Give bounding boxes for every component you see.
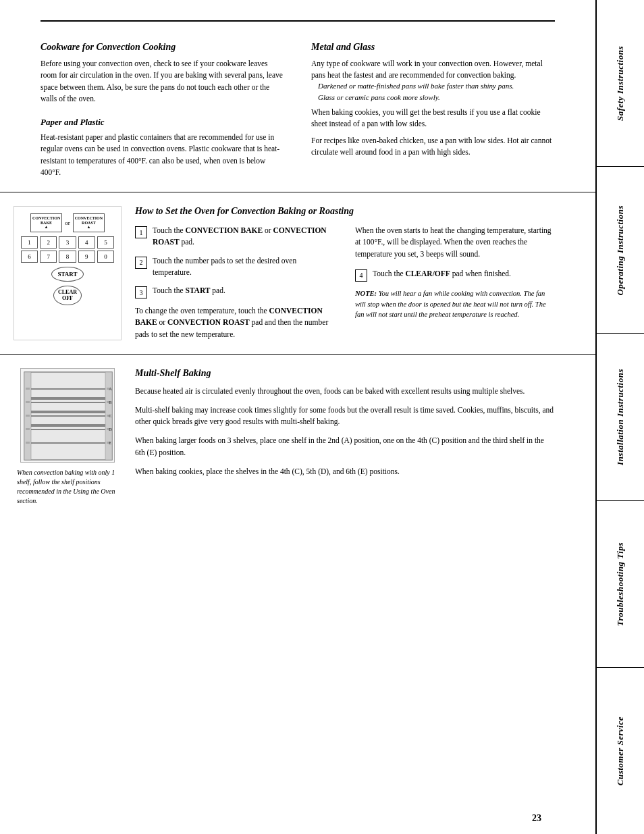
num-btn-2: 2 [40, 236, 57, 249]
sidebar-installation-label: Installation Instructions [615, 369, 626, 465]
multishelf-section: A B C D E When convection baking with on… [0, 355, 595, 526]
howto-right-col: When the oven starts to heat the changin… [355, 225, 555, 340]
right-sidebar: Safety Instructions Operating Instructio… [595, 0, 644, 834]
svg-text:E: E [109, 440, 111, 446]
convection-bake-pad: CONVECTIONBAKE▲ [30, 213, 62, 232]
cookware-left-col: Cookware for Convection Cooking Before u… [41, 42, 284, 178]
svg-rect-14 [26, 428, 30, 430]
note-bold-label: NOTE: [355, 290, 377, 297]
step3-text: Touch the START pad. [153, 285, 225, 296]
page-number: 23 [532, 813, 541, 824]
svg-text:D: D [109, 427, 112, 432]
sidebar-customer-service: Customer Service [597, 668, 644, 834]
cookware-title: Cookware for Convection Cooking [41, 42, 284, 53]
shelf-image: A B C D E [20, 368, 115, 463]
metal-glass-body: Any type of cookware will work in your c… [311, 58, 555, 82]
step4-num: 4 [355, 269, 367, 282]
multishelf-para1: Because heated air is circulated evenly … [135, 386, 555, 398]
howto-left-col: 1 Touch the CONVECTION BAKE or CONVECTIO… [135, 225, 335, 340]
number-grid: 1 2 3 4 5 6 7 8 9 0 [21, 236, 114, 263]
howto-content: How to Set the Oven for Convection Bakin… [135, 206, 555, 340]
svg-text:C: C [109, 413, 112, 419]
num-btn-6: 6 [21, 251, 38, 263]
svg-text:B: B [109, 400, 112, 405]
svg-rect-7 [29, 411, 107, 413]
metal-glass-title: Metal and Glass [311, 42, 555, 53]
sidebar-customer-label: Customer Service [615, 716, 626, 785]
step2-text: Touch the number pads to set the desired… [153, 255, 335, 279]
or-label: or [65, 219, 70, 226]
svg-rect-15 [26, 442, 30, 444]
step4-row: 4 Touch the CLEAR/OFF pad when finished. [355, 268, 555, 282]
step1-bold1: CONVECTION BAKE [185, 226, 263, 234]
cookware-body: Before using your convection oven, check… [41, 58, 284, 105]
svg-rect-6 [29, 397, 107, 400]
multishelf-title: Multi-Shelf Baking [135, 368, 555, 379]
pad-row-top: CONVECTIONBAKE▲ or CONVECTIONROAST▲ [30, 213, 105, 232]
note-body: You will hear a fan while cooking with c… [355, 290, 546, 319]
sidebar-installation: Installation Instructions [597, 334, 644, 500]
step3-num: 3 [135, 286, 147, 298]
shelf-svg: A B C D E [21, 369, 115, 463]
cookware-section: Cookware for Convection Cooking Before u… [0, 22, 595, 192]
num-btn-9: 9 [78, 251, 95, 263]
sidebar-troubleshooting-label: Troubleshooting Tips [615, 542, 626, 626]
start-button-diagram: START [51, 267, 83, 282]
clear-off-button-diagram: CLEAROFF [53, 286, 82, 305]
howto-columns: 1 Touch the CONVECTION BAKE or CONVECTIO… [135, 225, 555, 340]
sidebar-safety: Safety Instructions [597, 0, 644, 167]
num-btn-5: 5 [97, 236, 114, 249]
metal-note2: Glass or ceramic pans cook more slowly. [311, 93, 555, 101]
step4-bold: CLEAR/OFF [405, 269, 450, 278]
svg-rect-8 [29, 424, 107, 427]
num-btn-1: 1 [21, 236, 38, 249]
step4-text: Touch the CLEAR/OFF pad when finished. [373, 268, 511, 280]
howto-section: CONVECTIONBAKE▲ or CONVECTIONROAST▲ 1 2 … [0, 192, 595, 355]
change-bold2: CONVECTION ROAST [167, 318, 250, 326]
num-btn-4: 4 [78, 236, 95, 249]
num-btn-7: 7 [40, 251, 57, 263]
multishelf-para2: Multi-shelf baking may increase cook tim… [135, 405, 555, 429]
oven-diagram: CONVECTIONBAKE▲ or CONVECTIONROAST▲ 1 2 … [14, 206, 122, 340]
sidebar-operating: Operating Instructions [597, 167, 644, 334]
metal-body3: For recipes like oven-baked chicken, use… [311, 135, 555, 159]
metal-note1: Darkened or matte-finished pans will bak… [311, 82, 555, 90]
sidebar-safety-label: Safety Instructions [615, 46, 626, 121]
oven-heat-text: When the oven starts to heat the changin… [355, 225, 555, 260]
shelf-caption: When convection baking with only 1 shelf… [14, 468, 122, 506]
num-btn-8: 8 [59, 251, 76, 263]
step2-num: 2 [135, 257, 147, 269]
convection-roast-pad: CONVECTIONROAST▲ [73, 213, 105, 232]
paper-plastic-title: Paper and Plastic [41, 117, 284, 128]
step1-num: 1 [135, 226, 147, 238]
step1-text: Touch the CONVECTION BAKE or CONVECTION … [153, 225, 335, 249]
change-temp-text: To change the oven temperature, touch th… [135, 305, 335, 340]
multishelf-para3: When baking larger foods on 3 shelves, p… [135, 435, 555, 459]
num-btn-3: 3 [59, 236, 76, 249]
sidebar-troubleshooting: Troubleshooting Tips [597, 501, 644, 668]
sidebar-operating-label: Operating Instructions [615, 205, 626, 295]
note-text: NOTE: You will hear a fan while cooking … [355, 288, 555, 320]
svg-text:A: A [109, 386, 112, 392]
shelf-diagram: A B C D E When convection baking with on… [14, 368, 122, 506]
paper-plastic-body: Heat-resistant paper and plastic contain… [41, 132, 284, 178]
metal-body2: When baking cookies, you will get the be… [311, 107, 555, 130]
svg-rect-13 [26, 415, 30, 417]
num-btn-0: 0 [97, 251, 114, 263]
step3-bold: START [185, 286, 210, 294]
howto-title: How to Set the Oven for Convection Bakin… [135, 206, 555, 217]
multishelf-content: Multi-Shelf Baking Because heated air is… [135, 368, 555, 506]
svg-rect-11 [26, 388, 30, 390]
cookware-right-col: Metal and Glass Any type of cookware wil… [311, 42, 555, 178]
svg-rect-12 [26, 401, 30, 403]
step1-row: 1 Touch the CONVECTION BAKE or CONVECTIO… [135, 225, 335, 249]
step2-row: 2 Touch the number pads to set the desir… [135, 255, 335, 279]
step3-row: 3 Touch the START pad. [135, 285, 335, 298]
multishelf-para4: When baking cookies, place the shelves i… [135, 466, 555, 478]
